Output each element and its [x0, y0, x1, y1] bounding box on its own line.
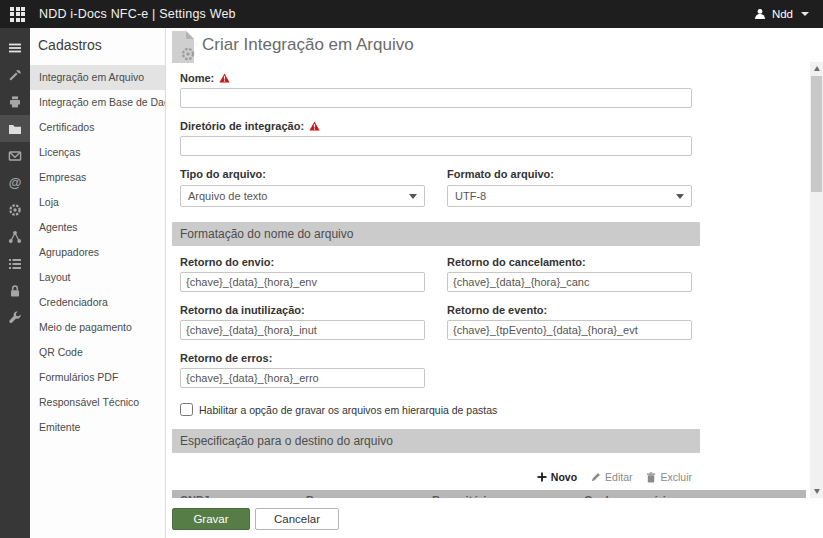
- destination-table: CNPJ Busca Repositório Quebra por série: [172, 490, 806, 498]
- sidebar-item-agentes[interactable]: Agentes: [30, 215, 165, 240]
- retorno-evento-label: Retorno de evento:: [447, 304, 692, 316]
- sidebar-item-qr-code[interactable]: QR Code: [30, 340, 165, 365]
- excluir-label: Excluir: [660, 471, 692, 483]
- sidebar-item-emitente[interactable]: Emitente: [30, 415, 165, 440]
- diretorio-label: Diretório de integração:: [180, 120, 304, 132]
- table-header-repositorio: Repositório: [424, 490, 576, 498]
- form-actions: Gravar Cancelar: [166, 498, 823, 538]
- at-sign-icon[interactable]: @: [0, 169, 30, 196]
- page-title: Criar Integração em Arquivo: [202, 35, 414, 55]
- list-icon[interactable]: [0, 250, 30, 277]
- scrollbar-thumb[interactable]: [810, 75, 823, 193]
- form-content: Nome: Diretório de integração: Tipo do a…: [166, 62, 700, 498]
- chevron-down-icon: [676, 194, 684, 199]
- tipo-arquivo-label: Tipo do arquivo:: [180, 168, 425, 180]
- formato-arquivo-select[interactable]: UTF-8: [447, 185, 692, 207]
- scroll-up-arrow[interactable]: [810, 62, 823, 75]
- section-formatacao-header: Formatação do nome do arquivo: [172, 222, 700, 246]
- excluir-button[interactable]: Excluir: [646, 471, 692, 483]
- gravar-button[interactable]: Gravar: [172, 508, 250, 530]
- user-name: Ndd: [772, 8, 793, 20]
- nome-label: Nome:: [180, 72, 214, 84]
- sidebar-item-layout[interactable]: Layout: [30, 265, 165, 290]
- menu-icon[interactable]: [0, 34, 30, 61]
- user-menu[interactable]: Ndd: [750, 8, 813, 20]
- formato-arquivo-label: Formato do arquivo:: [447, 168, 692, 180]
- vertical-scrollbar[interactable]: [810, 62, 823, 498]
- table-header-cnpj: CNPJ: [172, 490, 298, 498]
- app-title: NDD i-Docs NFC-e | Settings Web: [39, 7, 236, 21]
- sidebar-item-agrupadores[interactable]: Agrupadores: [30, 240, 165, 265]
- editar-label: Editar: [605, 471, 632, 483]
- retorno-envio-input[interactable]: [180, 272, 425, 292]
- printer-icon[interactable]: [0, 88, 30, 115]
- mail-icon[interactable]: [0, 142, 30, 169]
- share-icon[interactable]: [0, 223, 30, 250]
- table-header-busca: Busca: [298, 490, 424, 498]
- retorno-inutilizacao-label: Retorno da inutilização:: [180, 304, 425, 316]
- retorno-envio-label: Retorno do envio:: [180, 256, 425, 268]
- wrench-icon[interactable]: [0, 304, 30, 331]
- chevron-down-icon: [801, 12, 809, 16]
- sidebar-item-licencas[interactable]: Licenças: [30, 140, 165, 165]
- sidebar-item-credenciadora[interactable]: Credenciadora: [30, 290, 165, 315]
- novo-button[interactable]: Novo: [537, 471, 577, 483]
- retorno-cancelamento-input[interactable]: [447, 272, 692, 292]
- cancelar-button[interactable]: Cancelar: [255, 508, 339, 530]
- warning-icon: [309, 121, 320, 131]
- main-panel: Criar Integração em Arquivo Nome: Diretó…: [166, 28, 823, 538]
- select-value: UTF-8: [455, 190, 676, 202]
- apps-grid-icon[interactable]: [10, 7, 25, 22]
- user-icon: [754, 8, 766, 20]
- diretorio-input[interactable]: [180, 136, 692, 156]
- editar-button[interactable]: Editar: [591, 471, 632, 483]
- retorno-erros-input[interactable]: [180, 368, 425, 388]
- chevron-down-icon: [409, 194, 417, 199]
- retorno-cancelamento-label: Retorno do cancelamento:: [447, 256, 692, 268]
- sidebar-item-empresas[interactable]: Empresas: [30, 165, 165, 190]
- pencil-icon: [591, 472, 601, 482]
- sidebar-item-integracao-em-arquivo[interactable]: Integração em Arquivo: [30, 65, 165, 90]
- document-gear-icon: [168, 30, 198, 64]
- folder-icon[interactable]: [0, 115, 30, 142]
- scroll-down-arrow[interactable]: [810, 485, 823, 498]
- tools-icon[interactable]: [0, 61, 30, 88]
- sidebar-item-formularios-pdf[interactable]: Formulários PDF: [30, 365, 165, 390]
- tipo-arquivo-select[interactable]: Arquivo de texto: [180, 185, 425, 207]
- retorno-inutilizacao-input[interactable]: [180, 320, 425, 340]
- warning-icon: [219, 73, 230, 83]
- table-header-quebra-por-serie: Quebra por série: [576, 490, 806, 498]
- select-value: Arquivo de texto: [188, 190, 409, 202]
- retorno-evento-input[interactable]: [447, 320, 692, 340]
- sidebar-item-integracao-em-base-de-dados[interactable]: Integração em Base de Dados: [30, 90, 165, 115]
- form-scroll-area: Nome: Diretório de integração: Tipo do a…: [166, 62, 823, 498]
- sidebar: Cadastros Integração em Arquivo Integraç…: [30, 28, 166, 538]
- trash-icon: [646, 472, 656, 483]
- destination-toolbar: Novo Editar Excluir: [180, 471, 692, 483]
- section-especificacao-header: Especificação para o destino do arquivo: [172, 429, 700, 453]
- page-header: Criar Integração em Arquivo: [166, 28, 823, 62]
- hierarquia-pastas-label: Habilitar a opção de gravar os arquivos …: [199, 404, 497, 416]
- gear-icon[interactable]: [0, 196, 30, 223]
- nome-input[interactable]: [180, 88, 692, 108]
- scrollbar-track[interactable]: [810, 193, 823, 485]
- plus-icon: [537, 472, 547, 482]
- icon-rail: @: [0, 28, 30, 538]
- at-glyph: @: [9, 176, 22, 189]
- retorno-erros-label: Retorno de erros:: [180, 352, 425, 364]
- hierarquia-pastas-checkbox[interactable]: [180, 403, 193, 416]
- sidebar-item-meio-de-pagamento[interactable]: Meio de pagamento: [30, 315, 165, 340]
- sidebar-header: Cadastros: [30, 28, 165, 65]
- sidebar-item-loja[interactable]: Loja: [30, 190, 165, 215]
- lock-icon[interactable]: [0, 277, 30, 304]
- sidebar-item-certificados[interactable]: Certificados: [30, 115, 165, 140]
- sidebar-item-responsavel-tecnico[interactable]: Responsável Técnico: [30, 390, 165, 415]
- topbar: NDD i-Docs NFC-e | Settings Web Ndd: [0, 0, 823, 28]
- novo-label: Novo: [551, 471, 577, 483]
